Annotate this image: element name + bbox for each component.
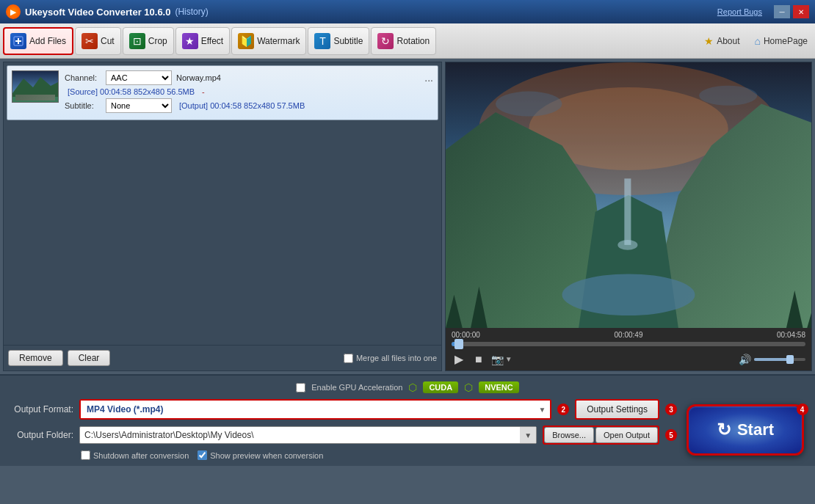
svg-point-14 [617, 240, 637, 250]
subtitle-label: Subtitle: [65, 101, 101, 110]
preview-checkbox[interactable] [198, 450, 207, 460]
file-list-panel: Channel: AAC Norway.mp4 ... [Source] 00:… [3, 62, 442, 371]
screenshot-button[interactable]: 📷 ▼ [491, 354, 512, 365]
add-files-button[interactable]: Add Files [3, 27, 73, 55]
effect-label: Effect [201, 36, 223, 46]
effect-button[interactable]: ★ Effect [175, 27, 230, 55]
time-start: 00:00:00 [452, 331, 480, 339]
watermark-label: Watermark [257, 36, 300, 46]
folder-input-wrapper: ▼ [79, 426, 537, 444]
folder-label: Output Folder: [7, 430, 73, 440]
progress-thumb[interactable] [454, 339, 463, 349]
camera-dropdown-icon[interactable]: ▼ [505, 355, 512, 363]
add-files-icon [10, 33, 26, 49]
channel-select[interactable]: AAC [106, 70, 172, 85]
subtitle-icon: T [314, 33, 330, 49]
close-button[interactable]: ✕ [793, 5, 809, 18]
svg-point-19 [496, 92, 562, 117]
options-row: Shutdown after conversion Show preview w… [81, 450, 677, 460]
title-bar: ▶ Ukeysoft Video Converter 10.6.0 (Histo… [0, 0, 815, 23]
volume-thumb[interactable] [786, 355, 794, 364]
file-name: Norway.mp4 [176, 73, 420, 82]
watermark-icon: 🔰 [238, 33, 254, 49]
gpu-label: Enable GPU Acceleration [311, 383, 402, 392]
open-output-button[interactable]: Open Output [595, 427, 658, 443]
svg-rect-5 [12, 97, 59, 103]
svg-point-12 [562, 274, 695, 315]
start-label: Start [737, 420, 774, 439]
preview-video [446, 62, 811, 328]
history-label[interactable]: (History) [175, 7, 208, 17]
gpu-row: Enable GPU Acceleration ⬡ CUDA ⬡ NVENC [7, 381, 808, 393]
folder-dropdown-button[interactable]: ▼ [520, 427, 536, 443]
about-icon: ★ [704, 35, 714, 47]
shutdown-label: Shutdown after conversion [93, 451, 189, 460]
progress-bar[interactable] [452, 342, 805, 346]
app-icon: ▶ [6, 4, 21, 19]
home-icon: ⌂ [754, 35, 760, 47]
file-item: Channel: AAC Norway.mp4 ... [Source] 00:… [7, 65, 438, 120]
svg-point-20 [699, 86, 757, 106]
main-content: Channel: AAC Norway.mp4 ... [Source] 00:… [0, 59, 815, 374]
remove-button[interactable]: Remove [8, 350, 63, 366]
subtitle-select[interactable]: None [106, 98, 172, 113]
file-options-button[interactable]: ... [424, 72, 433, 84]
shutdown-checkbox[interactable] [81, 450, 90, 460]
gpu-checkbox[interactable] [296, 383, 305, 392]
file-list-footer: Remove Clear Merge all files into one [4, 345, 441, 370]
nvidia-icon: ⬡ [408, 381, 417, 393]
subtitle-button[interactable]: T Subtitle [308, 27, 369, 55]
file-list-content: Channel: AAC Norway.mp4 ... [Source] 00:… [4, 62, 441, 345]
crop-button[interactable]: ⊡ Crop [123, 27, 174, 55]
app-title: Ukeysoft Video Converter 10.6.0 [25, 7, 170, 18]
output-settings-button[interactable]: Output Settings [575, 399, 659, 420]
step3-badge: 3 [665, 403, 677, 415]
cut-button[interactable]: ✂ Cut [75, 27, 121, 55]
homepage-label: HomePage [764, 36, 808, 46]
bottom-panel: Enable GPU Acceleration ⬡ CUDA ⬡ NVENC O… [0, 374, 815, 466]
watermark-button[interactable]: 🔰 Watermark [231, 27, 306, 55]
source-dash: - [202, 87, 205, 96]
source-info: [Source] 00:04:58 852x480 56.5MB [68, 87, 195, 96]
step5-badge: 5 [665, 429, 677, 441]
rotation-button[interactable]: ↻ Rotation [371, 27, 436, 55]
rotation-icon: ↻ [377, 33, 394, 49]
merge-label: Merge all files into one [356, 354, 437, 362]
preview-label: Show preview when conversion [210, 451, 323, 460]
clear-button[interactable]: Clear [68, 350, 111, 366]
format-input[interactable] [81, 401, 550, 418]
camera-icon: 📷 [491, 354, 504, 365]
volume-fill [754, 358, 790, 361]
crop-icon: ⊡ [129, 33, 145, 49]
subtitle-label: Subtitle [333, 36, 363, 46]
nvenc-badge[interactable]: NVENC [479, 381, 519, 393]
homepage-button[interactable]: ⌂ HomePage [750, 32, 812, 50]
start-button[interactable]: ↻ Start [687, 404, 804, 456]
about-button[interactable]: ★ About [700, 32, 744, 50]
minimize-button[interactable]: ─ [774, 5, 790, 18]
folder-path-input[interactable] [80, 427, 520, 443]
step4-badge: 4 [797, 403, 808, 415]
cut-label: Cut [101, 36, 115, 46]
play-button[interactable]: ▶ [452, 351, 466, 368]
toolbar: Add Files ✂ Cut ⊡ Crop ★ Effect 🔰 Waterm… [0, 23, 815, 59]
format-dropdown-icon[interactable]: ▼ [538, 406, 546, 414]
add-files-label: Add Files [29, 36, 66, 46]
about-label: About [717, 36, 739, 46]
output-info: [Output] 00:04:58 852x480 57.5MB [179, 101, 305, 110]
volume-bar[interactable] [754, 358, 805, 361]
effect-icon: ★ [182, 33, 198, 49]
nvidia-icon2: ⬡ [464, 381, 473, 393]
step2-badge: 2 [557, 403, 569, 415]
svg-rect-13 [624, 178, 631, 245]
browse-button[interactable]: Browse... [544, 427, 594, 443]
cuda-badge[interactable]: CUDA [423, 381, 458, 393]
format-row: Output Format: ▼ 2 Output Settings 3 [7, 399, 677, 420]
time-end: 00:04:58 [777, 331, 805, 339]
crop-label: Crop [148, 36, 167, 46]
folder-row: Output Folder: ▼ Browse... Open Output 5 [7, 426, 677, 445]
stop-button[interactable]: ■ [472, 351, 485, 368]
report-bugs-link[interactable]: Report Bugs [717, 7, 762, 16]
merge-checkbox[interactable] [344, 354, 353, 363]
format-label: Output Format: [7, 404, 73, 414]
